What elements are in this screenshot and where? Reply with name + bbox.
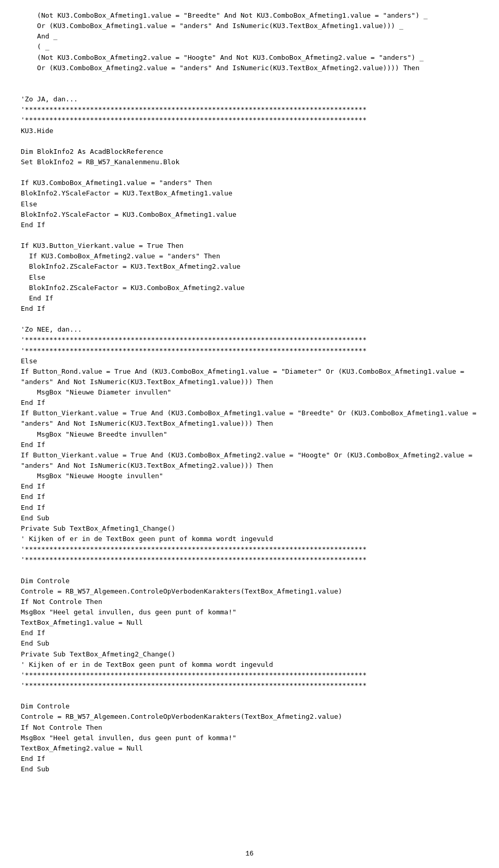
page-container: (Not KU3.ComboBox_Afmeting1.value = "Bre… (0, 0, 499, 868)
page-number: 16 (245, 850, 254, 858)
code-content: (Not KU3.ComboBox_Afmeting1.value = "Bre… (21, 10, 478, 774)
